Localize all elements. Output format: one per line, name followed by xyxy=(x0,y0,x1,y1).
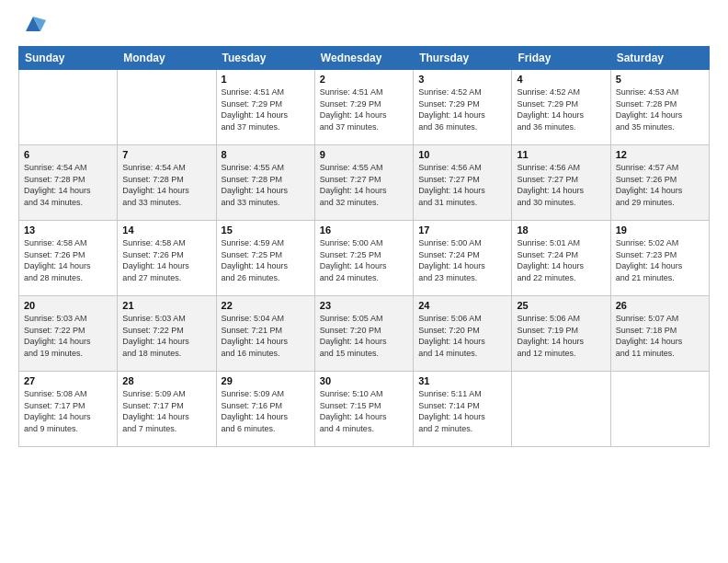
day-number: 25 xyxy=(517,300,605,311)
calendar-cell: 13Sunrise: 4:58 AMSunset: 7:26 PMDayligh… xyxy=(19,221,118,296)
calendar-cell: 23Sunrise: 5:05 AMSunset: 7:20 PMDayligh… xyxy=(314,296,413,372)
day-header-monday: Monday xyxy=(118,47,216,70)
day-number: 21 xyxy=(122,300,210,311)
day-info: Sunrise: 5:06 AMSunset: 7:19 PMDaylight:… xyxy=(517,313,605,359)
day-number: 24 xyxy=(418,300,506,311)
calendar-cell: 1Sunrise: 4:51 AMSunset: 7:29 PMDaylight… xyxy=(216,70,314,145)
day-info: Sunrise: 4:55 AMSunset: 7:28 PMDaylight:… xyxy=(222,162,310,208)
day-info: Sunrise: 5:01 AMSunset: 7:24 PMDaylight:… xyxy=(517,237,605,283)
calendar-cell: 10Sunrise: 4:56 AMSunset: 7:27 PMDayligh… xyxy=(414,145,512,221)
calendar-cell: 16Sunrise: 5:00 AMSunset: 7:25 PMDayligh… xyxy=(314,221,413,296)
day-info: Sunrise: 4:51 AMSunset: 7:29 PMDaylight:… xyxy=(222,86,310,132)
day-info: Sunrise: 5:05 AMSunset: 7:20 PMDaylight:… xyxy=(320,313,408,359)
day-info: Sunrise: 4:55 AMSunset: 7:27 PMDaylight:… xyxy=(320,162,408,208)
day-number: 23 xyxy=(320,300,408,311)
day-info: Sunrise: 4:58 AMSunset: 7:26 PMDaylight:… xyxy=(122,237,210,283)
calendar-cell: 18Sunrise: 5:01 AMSunset: 7:24 PMDayligh… xyxy=(512,221,610,296)
day-info: Sunrise: 5:03 AMSunset: 7:22 PMDaylight:… xyxy=(24,313,112,359)
day-info: Sunrise: 4:57 AMSunset: 7:26 PMDaylight:… xyxy=(616,162,704,208)
day-number: 5 xyxy=(616,74,704,85)
calendar-week-row: 1Sunrise: 4:51 AMSunset: 7:29 PMDaylight… xyxy=(19,70,710,145)
calendar-cell: 21Sunrise: 5:03 AMSunset: 7:22 PMDayligh… xyxy=(118,296,216,372)
day-number: 26 xyxy=(616,300,704,311)
day-number: 22 xyxy=(222,300,310,311)
calendar-cell: 6Sunrise: 4:54 AMSunset: 7:28 PMDaylight… xyxy=(19,145,118,221)
calendar-cell: 7Sunrise: 4:54 AMSunset: 7:28 PMDaylight… xyxy=(118,145,216,221)
calendar-week-row: 6Sunrise: 4:54 AMSunset: 7:28 PMDaylight… xyxy=(19,145,710,221)
calendar-cell: 3Sunrise: 4:52 AMSunset: 7:29 PMDaylight… xyxy=(414,70,512,145)
calendar-week-row: 20Sunrise: 5:03 AMSunset: 7:22 PMDayligh… xyxy=(19,296,710,372)
day-number: 9 xyxy=(320,149,408,160)
day-header-saturday: Saturday xyxy=(610,47,709,70)
day-number: 2 xyxy=(320,74,408,85)
calendar-cell: 26Sunrise: 5:07 AMSunset: 7:18 PMDayligh… xyxy=(610,296,709,372)
day-number: 1 xyxy=(222,74,310,85)
calendar-cell: 14Sunrise: 4:58 AMSunset: 7:26 PMDayligh… xyxy=(118,221,216,296)
calendar-cell: 2Sunrise: 4:51 AMSunset: 7:29 PMDaylight… xyxy=(314,70,413,145)
calendar-cell: 15Sunrise: 4:59 AMSunset: 7:25 PMDayligh… xyxy=(216,221,314,296)
calendar-cell xyxy=(19,70,118,145)
day-number: 19 xyxy=(616,224,704,236)
day-info: Sunrise: 5:07 AMSunset: 7:18 PMDaylight:… xyxy=(616,313,704,359)
day-number: 27 xyxy=(24,375,112,386)
calendar-cell: 19Sunrise: 5:02 AMSunset: 7:23 PMDayligh… xyxy=(610,221,709,296)
day-number: 10 xyxy=(418,149,506,160)
calendar-week-row: 13Sunrise: 4:58 AMSunset: 7:26 PMDayligh… xyxy=(19,221,710,296)
calendar-cell: 8Sunrise: 4:55 AMSunset: 7:28 PMDaylight… xyxy=(216,145,314,221)
day-number: 13 xyxy=(24,224,112,236)
day-info: Sunrise: 5:09 AMSunset: 7:17 PMDaylight:… xyxy=(122,388,210,434)
day-info: Sunrise: 5:11 AMSunset: 7:14 PMDaylight:… xyxy=(418,388,506,434)
calendar-cell: 4Sunrise: 4:52 AMSunset: 7:29 PMDaylight… xyxy=(512,70,610,145)
day-info: Sunrise: 5:10 AMSunset: 7:15 PMDaylight:… xyxy=(320,388,408,434)
calendar-cell: 5Sunrise: 4:53 AMSunset: 7:28 PMDaylight… xyxy=(610,70,709,145)
day-number: 7 xyxy=(122,149,210,160)
day-info: Sunrise: 4:56 AMSunset: 7:27 PMDaylight:… xyxy=(418,162,506,208)
calendar-table: SundayMondayTuesdayWednesdayThursdayFrid… xyxy=(18,46,710,447)
header xyxy=(18,15,710,37)
day-info: Sunrise: 4:53 AMSunset: 7:28 PMDaylight:… xyxy=(616,86,704,132)
day-info: Sunrise: 5:00 AMSunset: 7:25 PMDaylight:… xyxy=(320,237,408,283)
day-number: 14 xyxy=(122,224,210,236)
day-header-wednesday: Wednesday xyxy=(314,47,413,70)
day-number: 4 xyxy=(517,74,605,85)
day-number: 17 xyxy=(418,224,506,236)
calendar-cell: 30Sunrise: 5:10 AMSunset: 7:15 PMDayligh… xyxy=(314,372,413,447)
calendar-cell: 17Sunrise: 5:00 AMSunset: 7:24 PMDayligh… xyxy=(414,221,512,296)
calendar-cell: 9Sunrise: 4:55 AMSunset: 7:27 PMDaylight… xyxy=(314,145,413,221)
day-number: 15 xyxy=(222,224,310,236)
day-info: Sunrise: 5:02 AMSunset: 7:23 PMDaylight:… xyxy=(616,237,704,283)
day-info: Sunrise: 4:54 AMSunset: 7:28 PMDaylight:… xyxy=(122,162,210,208)
calendar-header-row: SundayMondayTuesdayWednesdayThursdayFrid… xyxy=(19,47,710,70)
day-number: 31 xyxy=(418,375,506,386)
calendar-cell: 22Sunrise: 5:04 AMSunset: 7:21 PMDayligh… xyxy=(216,296,314,372)
day-info: Sunrise: 5:06 AMSunset: 7:20 PMDaylight:… xyxy=(418,313,506,359)
day-info: Sunrise: 5:09 AMSunset: 7:16 PMDaylight:… xyxy=(222,388,310,434)
day-info: Sunrise: 4:59 AMSunset: 7:25 PMDaylight:… xyxy=(222,237,310,283)
calendar-week-row: 27Sunrise: 5:08 AMSunset: 7:17 PMDayligh… xyxy=(19,372,710,447)
calendar-cell: 28Sunrise: 5:09 AMSunset: 7:17 PMDayligh… xyxy=(118,372,216,447)
day-number: 3 xyxy=(418,74,506,85)
day-number: 18 xyxy=(517,224,605,236)
day-number: 8 xyxy=(222,149,310,160)
day-info: Sunrise: 5:04 AMSunset: 7:21 PMDaylight:… xyxy=(222,313,310,359)
calendar-cell: 20Sunrise: 5:03 AMSunset: 7:22 PMDayligh… xyxy=(19,296,118,372)
day-header-friday: Friday xyxy=(512,47,610,70)
day-number: 28 xyxy=(122,375,210,386)
day-info: Sunrise: 5:08 AMSunset: 7:17 PMDaylight:… xyxy=(24,388,112,434)
day-info: Sunrise: 4:51 AMSunset: 7:29 PMDaylight:… xyxy=(320,86,408,132)
day-header-thursday: Thursday xyxy=(414,47,512,70)
day-number: 29 xyxy=(222,375,310,386)
day-number: 11 xyxy=(517,149,605,160)
calendar-cell: 27Sunrise: 5:08 AMSunset: 7:17 PMDayligh… xyxy=(19,372,118,447)
day-info: Sunrise: 4:52 AMSunset: 7:29 PMDaylight:… xyxy=(418,86,506,132)
logo xyxy=(18,15,46,37)
day-number: 12 xyxy=(616,149,704,160)
day-info: Sunrise: 5:00 AMSunset: 7:24 PMDaylight:… xyxy=(418,237,506,283)
calendar-cell: 11Sunrise: 4:56 AMSunset: 7:27 PMDayligh… xyxy=(512,145,610,221)
day-info: Sunrise: 4:54 AMSunset: 7:28 PMDaylight:… xyxy=(24,162,112,208)
day-number: 20 xyxy=(24,300,112,311)
calendar-cell: 24Sunrise: 5:06 AMSunset: 7:20 PMDayligh… xyxy=(414,296,512,372)
calendar-cell: 25Sunrise: 5:06 AMSunset: 7:19 PMDayligh… xyxy=(512,296,610,372)
day-header-tuesday: Tuesday xyxy=(216,47,314,70)
calendar-cell xyxy=(118,70,216,145)
